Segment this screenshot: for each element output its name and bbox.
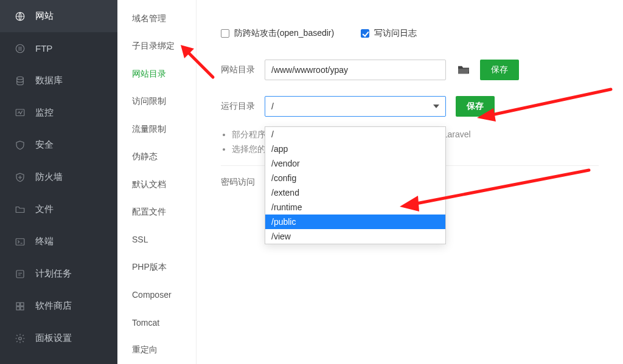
sidebar-item-label: 计划任务 — [35, 268, 72, 280]
chevron-down-icon — [433, 105, 439, 108]
task-icon — [15, 269, 26, 280]
tab-config-file[interactable]: 配置文件 — [117, 198, 196, 225]
checkbox-row: 防跨站攻击(open_basedir) 写访问日志 — [221, 28, 599, 39]
tab-default-doc[interactable]: 默认文档 — [117, 171, 196, 198]
svg-point-10 — [19, 337, 22, 340]
option-view[interactable]: /view — [265, 229, 445, 244]
sidebar-item-terminal[interactable]: 终端 — [0, 225, 117, 258]
tab-site-dir[interactable]: 网站目录 — [117, 60, 196, 88]
folder-icon — [15, 204, 26, 215]
sidebar-item-label: 软件商店 — [35, 300, 72, 312]
tab-php-version[interactable]: PHP版本 — [117, 253, 196, 281]
sidebar-item-files[interactable]: 文件 — [0, 193, 117, 225]
option-root[interactable]: / — [265, 127, 445, 142]
sidebar-item-store[interactable]: 软件商店 — [0, 290, 117, 322]
main-content: 防跨站攻击(open_basedir) 写访问日志 网站目录 保存 运行目录 /… — [197, 0, 623, 364]
sidebar-item-label: 数据库 — [35, 75, 63, 86]
input-site-dir[interactable] — [265, 60, 446, 80]
sidebar-item-label: 监控 — [35, 107, 54, 118]
tab-subdir-bind[interactable]: 子目录绑定 — [117, 32, 196, 60]
checkbox-label: 防跨站攻击(open_basedir) — [234, 28, 334, 39]
option-vendor[interactable]: /vendor — [265, 156, 445, 171]
svg-rect-7 — [21, 303, 24, 306]
globe-icon — [15, 11, 26, 22]
terminal-icon — [15, 236, 26, 247]
sidebar-item-label: FTP — [35, 43, 52, 53]
checkbox-icon — [221, 29, 229, 38]
sidebar-item-label: 安全 — [35, 139, 54, 151]
row-run-dir: 运行目录 / 保存 — [221, 96, 599, 117]
sidebar-item-panel-settings[interactable]: 面板设置 — [0, 322, 117, 354]
label-site-dir: 网站目录 — [221, 64, 265, 75]
site-settings-tabs: 域名管理 子目录绑定 网站目录 访问限制 流量限制 伪静态 默认文档 配置文件 … — [117, 0, 197, 364]
sidebar-item-label: 网站 — [35, 10, 54, 22]
tab-composer[interactable]: Composer — [117, 281, 196, 309]
tab-traffic-limit[interactable]: 流量限制 — [117, 115, 196, 143]
label-run-dir: 运行目录 — [221, 101, 265, 112]
tab-redirect[interactable]: 重定向 — [117, 337, 196, 364]
option-public[interactable]: /public — [265, 215, 445, 229]
main-sidebar: 网站 FTP 数据库 监控 安全 — [0, 0, 117, 364]
svg-rect-9 — [21, 306, 24, 309]
wall-icon — [15, 172, 26, 183]
sidebar-item-ftp[interactable]: FTP — [0, 32, 117, 64]
sidebar-item-label: 面板设置 — [35, 332, 72, 344]
sidebar-item-label: 文件 — [35, 204, 54, 215]
svg-point-2 — [17, 77, 24, 80]
svg-rect-4 — [16, 238, 24, 245]
sidebar-item-label: 终端 — [35, 236, 54, 247]
monitor-icon — [15, 108, 26, 118]
row-site-dir: 网站目录 保存 — [221, 60, 599, 80]
option-config[interactable]: /config — [265, 171, 445, 185]
option-runtime[interactable]: /runtime — [265, 200, 445, 215]
sidebar-item-security[interactable]: 安全 — [0, 129, 117, 161]
tab-domain[interactable]: 域名管理 — [117, 5, 196, 32]
checkbox-icon — [361, 29, 369, 38]
sidebar-item-firewall[interactable]: 防火墙 — [0, 161, 117, 193]
select-run-dir[interactable]: / — [265, 96, 446, 117]
sidebar-item-database[interactable]: 数据库 — [0, 64, 117, 97]
checkbox-open-basedir[interactable]: 防跨站攻击(open_basedir) — [221, 28, 334, 39]
tab-ssl[interactable]: SSL — [117, 226, 196, 253]
shield-icon — [15, 140, 26, 151]
checkbox-label: 写访问日志 — [374, 28, 417, 39]
save-site-dir-button[interactable]: 保存 — [480, 60, 519, 80]
save-run-dir-button[interactable]: 保存 — [456, 96, 495, 117]
browse-folder-icon[interactable] — [457, 64, 470, 75]
svg-rect-8 — [16, 306, 19, 309]
sidebar-item-tasks[interactable]: 计划任务 — [0, 258, 117, 290]
tab-access-limit[interactable]: 访问限制 — [117, 88, 196, 115]
database-icon — [15, 75, 26, 86]
checkbox-access-log[interactable]: 写访问日志 — [361, 28, 417, 39]
ftp-icon — [15, 43, 26, 54]
option-extend[interactable]: /extend — [265, 185, 445, 200]
sidebar-item-label: 防火墙 — [35, 171, 63, 183]
svg-rect-5 — [16, 270, 24, 278]
run-dir-dropdown: / /app /vendor /config /extend /runtime … — [265, 126, 446, 244]
store-icon — [15, 301, 26, 312]
tab-rewrite[interactable]: 伪静态 — [117, 143, 196, 170]
settings-icon — [15, 333, 26, 344]
sidebar-item-website[interactable]: 网站 — [0, 0, 117, 32]
option-app[interactable]: /app — [265, 142, 445, 156]
select-value: / — [271, 101, 274, 111]
tab-tomcat[interactable]: Tomcat — [117, 309, 196, 336]
sidebar-item-monitor[interactable]: 监控 — [0, 97, 117, 129]
svg-rect-6 — [16, 303, 19, 306]
